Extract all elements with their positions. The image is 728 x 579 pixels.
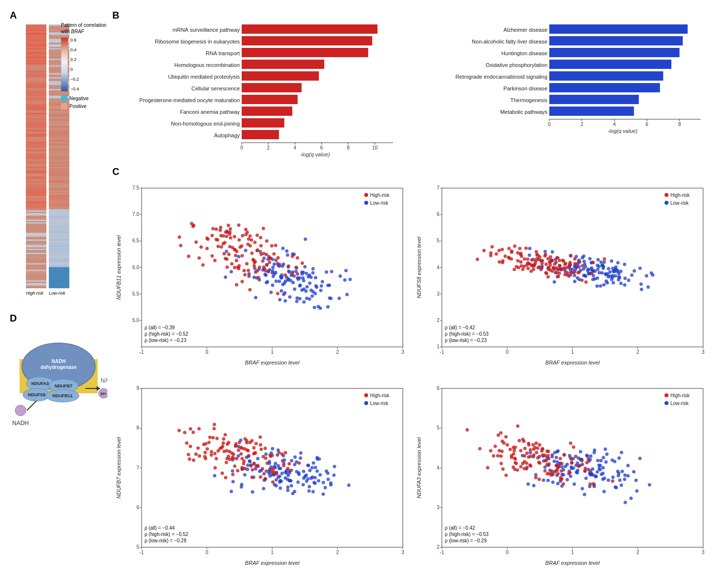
panel-a: Pattern of correlationwith BRAF 0.6 0.4 …: [10, 10, 107, 293]
panel-b: [112, 10, 718, 166]
scale-val-0: 0: [70, 67, 79, 72]
legend-negative: Negative: [61, 95, 106, 102]
scale-val-02: 0.2: [70, 57, 79, 62]
negative-label: Negative: [69, 96, 88, 101]
color-scale-group: 0.6 0.4 0.2 0 −0.2 −0.4: [61, 38, 106, 91]
scale-val-neg02: −0.2: [70, 77, 79, 82]
nadh-diagram: [10, 325, 107, 481]
positive-swatch: [61, 103, 67, 109]
xlabel-high-risk: High-risk: [24, 291, 45, 296]
legend-title: Pattern of correlationwith BRAF: [61, 22, 106, 35]
panel-c: [112, 166, 718, 572]
scale-labels: 0.6 0.4 0.2 0 −0.2 −0.4: [70, 38, 79, 91]
heatmap-legend: Pattern of correlationwith BRAF 0.6 0.4 …: [61, 22, 106, 109]
negative-swatch: [61, 95, 67, 102]
legend-positive: Positive: [61, 103, 106, 109]
panel-d: [10, 313, 107, 484]
scatter-plots: [112, 178, 713, 579]
scale-val-04: 0.4: [70, 47, 79, 52]
positive-label: Positive: [69, 104, 86, 109]
scale-val-06: 0.6: [70, 38, 79, 43]
colorbar: [61, 38, 68, 91]
heatmap-xlabels: High-risk Low-risk: [24, 291, 67, 296]
barplots: [112, 22, 713, 173]
xlabel-low-risk: Low-risk: [47, 291, 67, 296]
scale-val-neg04: −0.4: [70, 86, 79, 91]
legend-items: Negative Positive: [61, 95, 106, 109]
